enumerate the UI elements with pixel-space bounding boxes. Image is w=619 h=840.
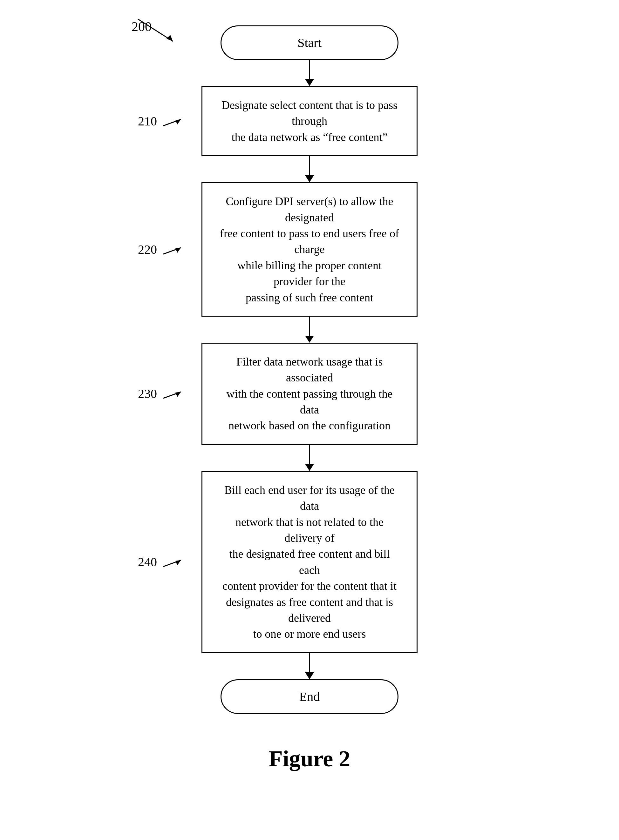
step-230-text: Filter data network usage that is associ… — [227, 355, 393, 432]
step-210-box: Designate select content that is to pass… — [202, 86, 417, 156]
step-230-box: Filter data network usage that is associ… — [202, 343, 417, 445]
start-terminal: Start — [221, 25, 398, 60]
step-240-row: 240 Bill each end user for its usage of … — [119, 471, 500, 653]
step-210-row: 210 Designate select content that is to … — [119, 86, 500, 156]
arrow-210-to-220 — [305, 156, 314, 182]
arrow-240-to-end — [305, 653, 314, 679]
flowchart: Start 210 Designate select content that … — [119, 25, 500, 714]
svg-marker-1 — [166, 35, 173, 41]
step-240-arrow-icon — [160, 557, 185, 570]
step-210-label: 210 — [138, 114, 185, 129]
arrow-start-to-210 — [305, 60, 314, 86]
step-230-arrow-icon — [160, 389, 185, 401]
page: 200 Start 210 — [0, 0, 619, 840]
step-240-box: Bill each end user for its usage of the … — [202, 471, 417, 653]
step-220-text: Configure DPI server(s) to allow the des… — [220, 195, 399, 304]
step-220-box: Configure DPI server(s) to allow the des… — [202, 182, 417, 316]
end-terminal: End — [221, 679, 398, 714]
figure-reference-label: 200 — [132, 19, 152, 34]
svg-marker-5 — [175, 248, 181, 253]
arrow-220-to-230 — [305, 316, 314, 343]
step-220-arrow-icon — [160, 245, 185, 257]
svg-marker-3 — [175, 119, 181, 124]
figure-caption: Figure 2 — [269, 746, 350, 772]
arrow-230-to-240 — [305, 445, 314, 471]
step-230-row: 230 Filter data network usage that is as… — [119, 343, 500, 445]
step-210-text: Designate select content that is to pass… — [221, 99, 398, 143]
step-220-label: 220 — [138, 242, 185, 257]
svg-marker-9 — [175, 560, 181, 565]
step-240-text: Bill each end user for its usage of the … — [223, 484, 396, 640]
svg-marker-7 — [175, 392, 181, 397]
step-220-row: 220 Configure DPI server(s) to allow the… — [119, 182, 500, 316]
step-210-arrow-icon — [160, 116, 185, 129]
diagram-container: 200 Start 210 — [119, 19, 500, 772]
step-240-label: 240 — [138, 555, 185, 570]
step-230-label: 230 — [138, 386, 185, 401]
